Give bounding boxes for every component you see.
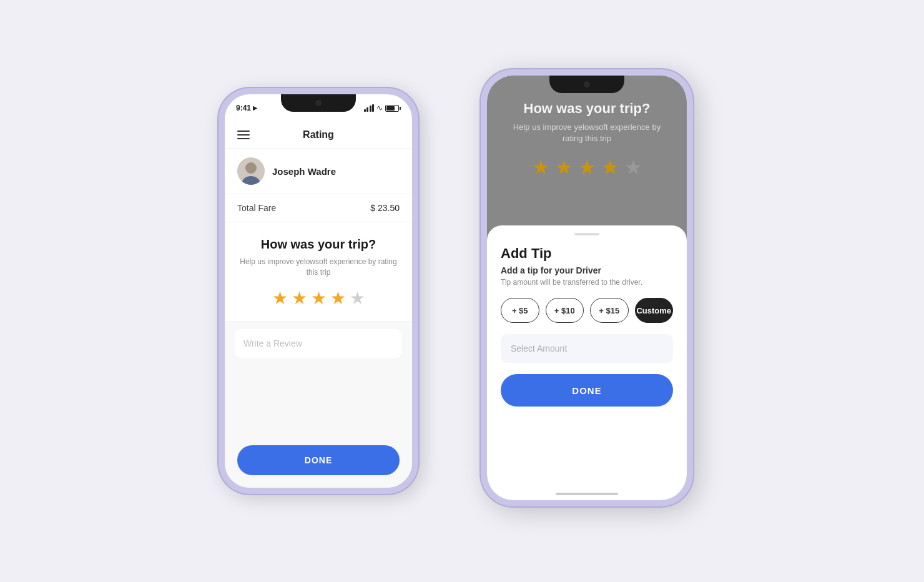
tip-15-label: + $15 (599, 306, 619, 315)
bottom-sheet: Add Tip Add a tip for your Driver Tip am… (487, 225, 687, 500)
star-4[interactable]: ★ (330, 288, 346, 308)
tip-buttons-row: + $5 + $10 + $15 Custome (501, 298, 673, 323)
fare-value: $ 23.50 (370, 203, 400, 213)
bg-star-5[interactable]: ★ (624, 155, 642, 179)
notch-1 (281, 94, 356, 112)
star-rating[interactable]: ★ ★ ★ ★ ★ (237, 288, 400, 308)
location-arrow-icon: ▶ (253, 105, 257, 111)
bg-star-2[interactable]: ★ (555, 155, 573, 179)
rating-section: How was your trip? Help us improve yelow… (225, 222, 412, 322)
camera-dot (315, 100, 322, 106)
page-title: Rating (303, 129, 334, 141)
sheet-description: Tip amount will be transferred to the dr… (501, 278, 673, 287)
svg-point-1 (242, 176, 260, 185)
fare-row: Total Fare $ 23.50 (225, 194, 412, 222)
tip-5-label: + $5 (512, 306, 528, 315)
phone-2: How was your trip? Help us improve yelow… (481, 69, 693, 506)
review-placeholder: Write a Review (243, 338, 302, 348)
menu-icon[interactable] (237, 131, 250, 139)
tip-10-button[interactable]: + $10 (546, 298, 584, 323)
signal-icon (364, 104, 375, 112)
bg-stars[interactable]: ★ ★ ★ ★ ★ (502, 155, 672, 179)
status-icons-1: ∿ (364, 104, 401, 112)
bg-star-1[interactable]: ★ (532, 155, 550, 179)
star-2[interactable]: ★ (292, 288, 307, 308)
amount-placeholder: Select Amount (511, 343, 567, 353)
done-button-2[interactable]: DONE (501, 374, 673, 407)
bg-subtitle: Help us improve yelowsoft experience by … (502, 122, 672, 144)
sheet-subtitle: Add a tip for your Driver (501, 265, 673, 275)
avatar-image (241, 161, 261, 185)
bg-star-4[interactable]: ★ (601, 155, 619, 179)
star-1[interactable]: ★ (272, 288, 288, 308)
phone-2-wrapper: How was your trip? Help us improve yelow… (468, 57, 705, 525)
sheet-title: Add Tip (501, 245, 673, 262)
phone-1: 9:41 ▶ ∿ Rating (219, 88, 418, 494)
avatar (237, 157, 265, 185)
wifi-icon: ∿ (376, 104, 383, 112)
amount-input[interactable]: Select Amount (501, 334, 673, 363)
tip-custom-label: Custome (636, 306, 671, 315)
rating-header: Rating (225, 122, 412, 149)
fare-label: Total Fare (237, 203, 276, 213)
status-time-1: 9:41 ▶ (236, 104, 257, 112)
notch-2 (549, 76, 624, 93)
tip-5-button[interactable]: + $5 (501, 298, 539, 323)
phone-2-screen: How was your trip? Help us improve yelow… (487, 76, 687, 500)
driver-row: Joseph Wadre (225, 149, 412, 194)
driver-name: Joseph Wadre (272, 166, 336, 177)
bg-star-3[interactable]: ★ (578, 155, 596, 179)
bg-title: How was your trip? (502, 101, 672, 117)
star-5[interactable]: ★ (350, 288, 365, 308)
review-area[interactable]: Write a Review (235, 329, 402, 358)
sheet-handle (574, 233, 599, 235)
star-3[interactable]: ★ (311, 288, 327, 308)
tip-10-label: + $10 (554, 306, 575, 315)
tip-custom-button[interactable]: Custome (635, 298, 674, 323)
camera-dot-2 (584, 81, 590, 87)
trip-question-title: How was your trip? (237, 237, 400, 252)
svg-point-0 (245, 162, 257, 174)
rating-subtitle: Help us improve yelowsoft experience by … (237, 257, 400, 278)
tip-15-button[interactable]: + $15 (590, 298, 629, 323)
time-text: 9:41 (236, 104, 251, 112)
phone-1-screen: Rating Joseph Wadre Total Fare $ 23.50 H… (225, 122, 412, 488)
home-indicator (556, 493, 618, 495)
battery-icon (385, 105, 401, 112)
done-button-1[interactable]: DONE (237, 445, 400, 475)
